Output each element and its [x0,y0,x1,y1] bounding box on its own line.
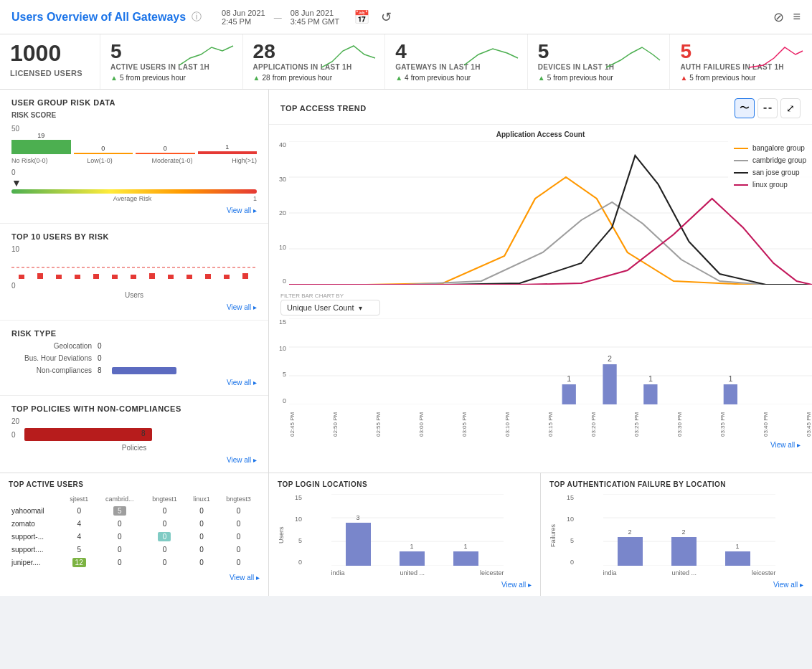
login-chart-wrapper: Users 15 10 5 0 3 [278,494,532,577]
login-y-axis-title: Users [278,494,289,577]
svg-rect-12 [224,275,230,279]
header: Users Overview of All Gateways ⓘ 08 Jun … [0,0,812,34]
table-row: support.... 5 0 0 0 0 [9,544,260,556]
top-policies-view-all[interactable]: View all ▸ [11,456,257,464]
licensed-value: 1000 [10,42,90,65]
auth-viewall-row: View all ▸ [549,581,803,589]
svg-text:1: 1 [463,543,467,550]
policies-bar-row: 0 8 [11,428,257,441]
svg-rect-49 [725,551,750,566]
filter-icon[interactable]: ⊘ [773,9,784,25]
chart-legend: bangalore group cambridge group san jose… [728,141,812,191]
risk-type-geolocation: Geolocation 0 [11,342,257,350]
active-users-table: sjtest1 cambrid... bngtest1 linux1 bngte… [9,494,260,569]
gateways-sparkline [464,40,521,69]
active-users-view-all[interactable]: View all ▸ [230,574,260,582]
filter-section: FILTER BAR CHART BY Unique User Count ▾ [280,293,801,315]
bar-y-axis: 15 10 5 0 [269,318,289,404]
risk-data-section: USER GROUP RISK DATA RISK SCORE 50 19 0 … [0,90,268,224]
svg-rect-29 [724,384,737,404]
gateways-change: ▲ 4 from previous hour [395,74,517,82]
refresh-icon[interactable]: ↺ [381,9,392,25]
line-chart-container: Application Access Count 40 30 20 10 0 [269,125,812,452]
table-row: yahoomail 0 5 0 0 0 [9,504,260,518]
top-auth-failure-panel: TOP AUTHENTICATION FAILURE BY LOCATION F… [541,473,812,596]
menu-icon[interactable]: ≡ [793,9,801,24]
access-trend-view-all[interactable]: View all ▸ [770,441,801,449]
svg-rect-1 [19,275,24,279]
dropdown-arrow: ▾ [359,304,362,312]
svg-rect-35 [346,523,371,566]
login-view-all[interactable]: View all ▸ [501,581,532,589]
auth-x-labels: india united ... leicester [575,569,803,577]
risk-score-label: RISK SCORE [11,111,257,119]
calendar-icon[interactable]: 📅 [354,9,369,25]
svg-text:1: 1 [567,375,571,383]
risk-category-labels: No Risk(0-0) Low(1-0) Moderate(1-0) High… [11,157,257,164]
svg-rect-27 [643,384,657,404]
line-chart-btn[interactable]: 〜 [735,98,755,118]
auth-y-labels: 15 10 5 0 [561,494,575,566]
main-content: USER GROUP RISK DATA RISK SCORE 50 19 0 … [0,90,812,473]
policies-bar [24,428,152,441]
start-date: 08 Jun 2021 2:45 PM [222,9,265,26]
active-change: ▲ 5 from previous hour [110,74,232,82]
avg-risk-bar [11,189,257,194]
risk-type-section: RISK TYPE Geolocation 0 Bus. Hour Deviat… [0,321,268,396]
login-y-labels: 15 10 5 0 [289,494,303,566]
table-row: zomato 4 0 0 0 0 [9,518,260,530]
table-row: juniper.... 12 0 0 0 0 [9,556,260,569]
end-date: 08 Jun 2021 3:45 PM GMT [291,9,339,26]
applications-card: 28 APPLICATIONS in last 1h ▲ 28 from pre… [243,34,386,89]
bar-chart-wrapper: 1 2 1 1 02:45 PM 02:50 PM [289,318,812,438]
policies-max: 20 [11,417,257,425]
legend-line-linux [734,184,748,186]
applications-change: ▲ 28 from previous hour [253,74,375,82]
svg-rect-39 [453,551,478,566]
expand-btn[interactable]: ⤢ [780,98,801,118]
svg-text:2: 2 [681,528,685,536]
top-login-locations-panel: TOP LOGIN LOCATIONS Users 15 10 5 0 [269,473,541,596]
svg-rect-4 [75,275,80,279]
page-title: Users Overview of All Gateways [11,11,186,24]
table-header-row: sjtest1 cambrid... bngtest1 linux1 bngte… [9,494,260,504]
auth-failures-change: ▲ 5 from previous hour [680,74,802,82]
users-max: 10 [11,245,257,253]
policies-axis-label: Policies [11,444,257,452]
legend-line-bangalore [734,148,748,149]
svg-rect-23 [562,384,576,404]
stats-row: 1000 LICENSED USERS 5 ACTIVE USERS in la… [0,34,812,90]
svg-rect-7 [131,275,136,279]
scatter-chart-btn[interactable]: ⁃⁃ [757,98,778,118]
active-users-viewall-row: View all ▸ [9,574,260,582]
auth-sparkline [749,40,806,69]
auth-failures-card: 5 AUTH FAILURES in last 1h ▲ 5 from prev… [670,34,812,89]
legend-item-sanjose: san jose group [734,169,806,176]
risk-type-view-all[interactable]: View all ▸ [11,379,257,386]
active-sparkline [179,40,237,69]
risk-bar-group-1: 0 [74,145,133,154]
svg-text:2: 2 [628,528,631,536]
svg-rect-13 [242,273,248,279]
login-bars-svg: 3 1 1 [303,494,532,566]
auth-view-all[interactable]: View all ▸ [773,581,803,589]
risk-bar-group-3: 1 [198,143,258,154]
filter-dropdown[interactable]: Unique User Count ▾ [280,300,380,315]
risk-type-noncompliance: Non-compliances 8 [11,366,257,374]
avg-risk-zero: 0 [11,169,257,176]
svg-rect-37 [400,551,425,566]
change-arrow: ▲ [538,74,545,82]
risk-data-title: USER GROUP RISK DATA [11,98,257,107]
info-icon[interactable]: ⓘ [192,11,202,24]
legend-line-cambridge [734,160,748,161]
risk-view-all[interactable]: View all ▸ [11,207,257,214]
login-viewall-row: View all ▸ [278,581,532,589]
svg-text:1: 1 [728,375,732,383]
risk-bar-group-0: 19 [11,132,71,154]
svg-rect-45 [618,537,643,566]
change-arrow: ▲ [110,74,118,82]
top-users-view-all[interactable]: View all ▸ [11,303,257,311]
auth-chart-wrapper: Failures 15 10 5 0 2 [549,494,803,577]
svg-text:2: 2 [608,355,612,363]
users-zero: 0 [11,282,257,290]
